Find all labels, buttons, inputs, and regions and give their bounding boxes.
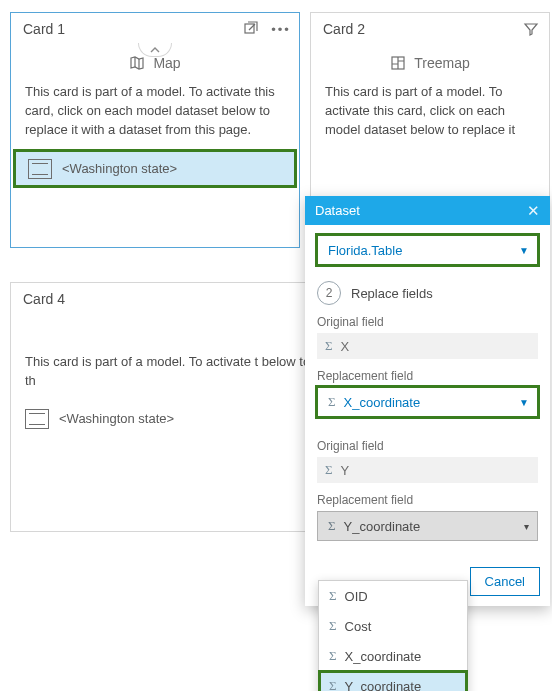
dataset-panel-header: Dataset ✕	[305, 196, 550, 225]
dataset-panel: Dataset ✕ Florida.Table ▼ 2 Replace fiel…	[305, 196, 550, 606]
dropdown-item-oid[interactable]: Σ OID	[319, 581, 467, 611]
replacement-field-group-1: Replacement field Σ Y_coordinate ▾	[317, 493, 538, 541]
replacement-field-label: Replacement field	[317, 369, 538, 383]
dropdown-item-label: Cost	[345, 619, 372, 634]
dataset-row-washington[interactable]: <Washington state>	[14, 150, 296, 187]
sigma-icon: Σ	[325, 462, 333, 478]
sigma-icon: Σ	[329, 618, 337, 634]
svg-rect-0	[245, 24, 254, 33]
sigma-icon: Σ	[328, 518, 336, 534]
original-field-label: Original field	[317, 315, 538, 329]
dataset-name: <Washington state>	[59, 411, 174, 426]
card-title: Card 1	[23, 21, 65, 37]
table-icon	[28, 159, 52, 179]
sigma-icon: Σ	[328, 394, 336, 410]
original-field-value: Σ Y	[317, 457, 538, 483]
original-field-group-1: Original field Σ Y	[317, 439, 538, 483]
chevron-down-icon: ▾	[524, 521, 529, 532]
card-more-icon[interactable]: •••	[269, 17, 293, 41]
step-row: 2 Replace fields	[317, 281, 538, 305]
dropdown-item-label: Y_coordinate	[345, 679, 422, 692]
chevron-down-icon: ▼	[519, 397, 529, 408]
card-type-label: Treemap	[414, 55, 470, 71]
replacement-field-label: Replacement field	[317, 493, 538, 507]
sigma-icon: Σ	[329, 678, 337, 691]
replacement-field-group-0: Replacement field Σ X_coordinate ▼	[317, 369, 538, 417]
original-field-group-0: Original field Σ X	[317, 315, 538, 359]
dataset-panel-title: Dataset	[315, 203, 360, 218]
dataset-name: <Washington state>	[62, 161, 177, 176]
card-header-2: Card 2	[311, 13, 549, 45]
map-icon	[129, 55, 145, 71]
card-type-row: Treemap	[311, 45, 549, 77]
original-field-value: Σ X	[317, 333, 538, 359]
dropdown-item-cost[interactable]: Σ Cost	[319, 611, 467, 641]
field-dropdown[interactable]: Σ OID Σ Cost Σ X_coordinate Σ Y_coordina…	[318, 580, 468, 691]
dropdown-item-y-coordinate[interactable]: Σ Y_coordinate	[319, 671, 467, 691]
dataset-select[interactable]: Florida.Table ▼	[317, 235, 538, 265]
card-filter-icon[interactable]	[519, 17, 543, 41]
sigma-icon: Σ	[329, 648, 337, 664]
original-field-text: X	[341, 339, 350, 354]
dropdown-item-x-coordinate[interactable]: Σ X_coordinate	[319, 641, 467, 671]
card-title: Card 4	[23, 291, 65, 307]
treemap-icon	[390, 55, 406, 71]
original-field-text: Y	[341, 463, 350, 478]
replacement-field-select-1[interactable]: Σ Y_coordinate ▾	[317, 511, 538, 541]
card-desc: This card is part of a model. To activat…	[11, 77, 299, 150]
sigma-icon: Σ	[325, 338, 333, 354]
card-type-label: Map	[153, 55, 180, 71]
card-export-icon[interactable]	[239, 17, 263, 41]
replacement-field-value: X_coordinate	[344, 395, 421, 410]
original-field-label: Original field	[317, 439, 538, 453]
card-1[interactable]: Card 1 ••• Map This card is part of a mo	[10, 12, 300, 248]
step-label: Replace fields	[351, 286, 433, 301]
card-title: Card 2	[323, 21, 365, 37]
table-icon	[25, 409, 49, 429]
replacement-field-value: Y_coordinate	[344, 519, 421, 534]
sigma-icon: Σ	[329, 588, 337, 604]
chevron-down-icon: ▼	[519, 245, 529, 256]
step-badge: 2	[317, 281, 341, 305]
card-header-1: Card 1 •••	[11, 13, 299, 45]
dropdown-item-label: OID	[345, 589, 368, 604]
dataset-select-value: Florida.Table	[328, 243, 402, 258]
replacement-field-select-0[interactable]: Σ X_coordinate ▼	[317, 387, 538, 417]
cancel-button[interactable]: Cancel	[470, 567, 540, 596]
dropdown-item-label: X_coordinate	[345, 649, 422, 664]
card-desc: This card is part of a model. To activat…	[311, 77, 549, 150]
close-icon[interactable]: ✕	[527, 203, 540, 218]
